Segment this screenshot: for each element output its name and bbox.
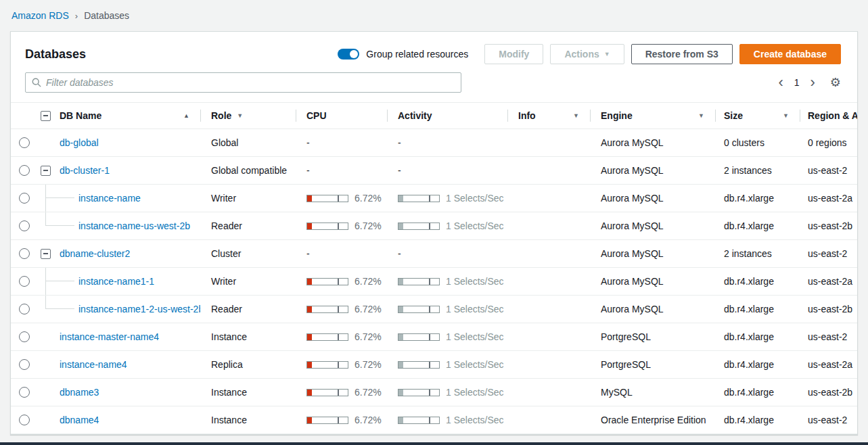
row-select-radio[interactable] — [19, 248, 30, 259]
column-header-info[interactable]: Info ▼ — [507, 103, 590, 128]
db-name-link[interactable]: db-global — [60, 137, 99, 148]
db-name-link[interactable]: instance-name1-2-us-west-2b — [78, 304, 200, 314]
db-name-cell: db-global — [55, 129, 200, 156]
filter-databases-input[interactable] — [46, 77, 455, 88]
column-label-info: Info — [518, 110, 536, 121]
engine-cell: PortgreSQL — [590, 323, 715, 350]
db-name-cell: instance-name1-1 — [55, 268, 200, 295]
breadcrumb-current-page: Databases — [84, 10, 129, 21]
column-label-region: Region & AZ — [808, 110, 857, 121]
cpu-cell: 6.72% — [296, 323, 387, 350]
region-cell: us-east-2 — [800, 157, 857, 184]
column-header-size[interactable]: Size ▼ — [715, 103, 800, 128]
filter-row: ‹ 1 › ⚙ — [11, 68, 857, 102]
column-header-engine[interactable]: Engine ▼ — [590, 103, 715, 128]
size-cell: db.r4.xlarge — [715, 323, 800, 350]
row-select-radio[interactable] — [19, 165, 30, 176]
expand-cell — [38, 323, 55, 350]
engine-filter-caret-icon[interactable]: ▼ — [698, 112, 704, 119]
db-name-link[interactable]: dbname-cluster2 — [60, 248, 130, 259]
group-related-resources-toggle[interactable] — [338, 49, 359, 60]
db-name-link[interactable]: instance-name-us-west-2b — [78, 220, 190, 231]
cpu-meter-bar — [306, 361, 348, 369]
info-cell — [507, 129, 590, 156]
row-select-radio[interactable] — [19, 387, 30, 398]
row-select-radio[interactable] — [19, 220, 30, 231]
table-row: instance-master-name4 Instance 6.72% 1 S… — [11, 323, 857, 351]
minus-icon — [43, 170, 48, 171]
size-filter-caret-icon[interactable]: ▼ — [783, 112, 789, 119]
row-select-radio[interactable] — [19, 276, 30, 287]
activity-cell: 1 Selects/Sec — [387, 212, 507, 239]
cpu-cell: 6.72% — [296, 379, 387, 406]
engine-cell: Aurora MySQL — [590, 212, 715, 239]
db-name-link[interactable]: instance-master-name4 — [60, 331, 159, 342]
db-name-link[interactable]: instance-name — [78, 193, 141, 204]
region-cell: us-east-2a — [800, 268, 857, 295]
collapse-row-button[interactable] — [41, 249, 51, 259]
table-row: db-cluster-1 Global compatible - - Auror… — [11, 157, 857, 185]
collapse-row-button[interactable] — [41, 166, 51, 176]
db-name-link[interactable]: instance-name1-1 — [78, 276, 154, 287]
db-name-cell: dbname-cluster2 — [55, 240, 200, 267]
pagination-prev-button[interactable]: ‹ — [778, 75, 783, 90]
row-select-radio[interactable] — [19, 331, 30, 342]
collapse-all-button[interactable] — [41, 111, 51, 121]
expand-cell — [38, 406, 55, 434]
column-header-role[interactable]: Role ▼ — [200, 103, 296, 128]
tree-connector — [45, 185, 74, 198]
minus-icon — [43, 253, 48, 254]
info-cell — [507, 379, 590, 406]
row-select-radio[interactable] — [19, 304, 30, 314]
region-cell: 0 regions — [800, 129, 857, 156]
table-row: instance-name Writer 6.72% 1 Selects/Sec… — [11, 185, 857, 212]
activity-meter-bar — [398, 222, 440, 230]
create-database-button[interactable]: Create database — [739, 44, 841, 64]
row-select-radio[interactable] — [19, 415, 30, 425]
role-cell: Instance — [200, 379, 296, 406]
db-name-cell: instance-master-name4 — [55, 323, 200, 350]
cpu-meter-bar — [306, 333, 348, 341]
info-filter-caret-icon[interactable]: ▼ — [573, 112, 579, 119]
role-filter-caret-icon[interactable]: ▼ — [237, 112, 243, 119]
column-header-cpu[interactable]: CPU — [296, 103, 387, 128]
preferences-gear-icon[interactable]: ⚙ — [830, 76, 841, 89]
db-name-cell: dbname4 — [55, 406, 200, 434]
size-cell: 0 clusters — [715, 129, 800, 156]
activity-meter-bar — [398, 195, 440, 202]
column-label-activity: Activity — [398, 110, 432, 121]
pagination-next-button[interactable]: › — [810, 75, 815, 90]
activity-cell: - — [387, 157, 507, 184]
db-name-link[interactable]: dbname3 — [60, 387, 99, 398]
modify-button[interactable]: Modify — [484, 44, 543, 64]
expand-cell — [38, 351, 55, 378]
column-header-db-name[interactable]: DB Name ▲ — [55, 103, 200, 128]
pagination-current-page[interactable]: 1 — [794, 77, 800, 88]
expand-cell — [38, 240, 55, 267]
role-cell: Instance — [200, 323, 296, 350]
db-name-link[interactable]: instance-name4 — [60, 359, 127, 370]
activity-meter-bar — [398, 306, 440, 313]
breadcrumb-link-amazon-rds[interactable]: Amazon RDS — [12, 10, 69, 21]
row-select-radio[interactable] — [19, 359, 30, 370]
column-header-region[interactable]: Region & AZ — [800, 103, 857, 128]
row-select-radio[interactable] — [19, 193, 30, 204]
role-cell: Reader — [200, 212, 296, 239]
radio-cell — [11, 240, 38, 267]
column-label-engine: Engine — [601, 110, 633, 121]
column-header-activity[interactable]: Activity — [387, 103, 507, 128]
size-cell: 2 instances — [715, 240, 800, 267]
db-name-link[interactable]: db-cluster-1 — [60, 165, 110, 176]
db-name-cell: instance-name4 — [55, 351, 200, 378]
region-cell: us-east-2 — [800, 406, 857, 434]
cpu-meter-bar — [306, 417, 348, 424]
size-cell: db.r4.xlarge — [715, 296, 800, 323]
engine-cell: Oracle Enterprise Edition — [590, 406, 715, 434]
cpu-cell: - — [296, 157, 387, 184]
db-name-link[interactable]: dbname4 — [60, 415, 99, 425]
activity-cell: 1 Selects/Sec — [387, 379, 507, 406]
row-select-radio[interactable] — [19, 137, 30, 148]
actions-button[interactable]: Actions ▼ — [550, 44, 624, 64]
restore-from-s3-button[interactable]: Restore from S3 — [631, 44, 733, 64]
role-cell: Global compatible — [200, 157, 296, 184]
